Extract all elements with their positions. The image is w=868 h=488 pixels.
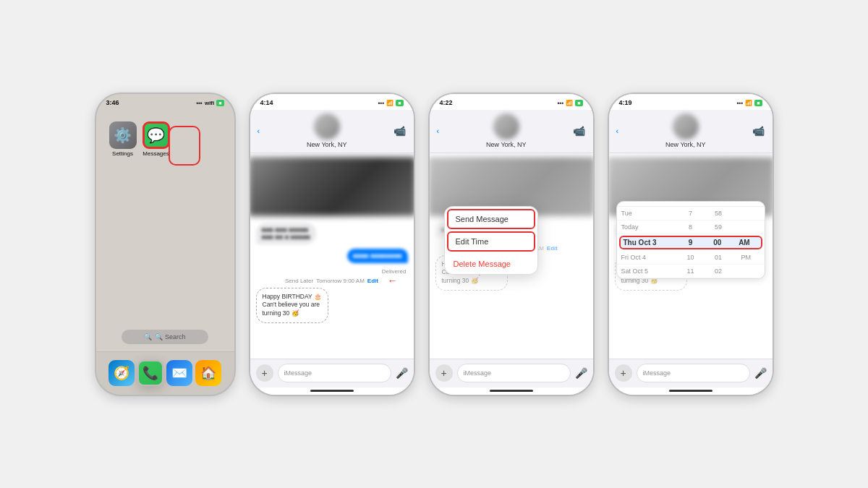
app-grid: ⚙️ Settings 💬 Messages [96,110,234,330]
imessage-input-3[interactable]: iMessage [457,364,571,382]
home-indicator-3 [430,388,593,395]
dp-hour-3: 10 [676,254,704,261]
input-bar-4: + iMessage 🎤 [609,359,773,388]
messages-app-icon[interactable]: 💬 [142,121,170,149]
contact-avatar-2[interactable] [314,114,340,140]
add-button-3[interactable]: + [435,364,453,382]
dp-hour-1: 8 [676,223,704,231]
status-time-2: 4:14 [260,99,273,106]
mic-button-3[interactable]: 🎤 [575,367,587,379]
video-call-icon-4[interactable]: 📹 [752,125,765,137]
dp-min-0: 58 [705,210,732,217]
status-icons-4: ▪▪▪ 📶 ■ [737,100,762,106]
send-later-time-2: Tomorrow 9:00 AM [316,278,365,284]
dp-min-1: 59 [705,223,732,231]
signal-icon: ▪▪▪ [196,100,203,106]
dp-header [617,202,765,207]
nav-bar-3: ‹ New York, NY 📹 [430,110,593,153]
dp-day-3: Fri Oct 4 [621,254,677,261]
back-button-2[interactable]: ‹ [258,127,260,135]
dp-row-0[interactable]: Tue 7 58 [617,207,765,221]
edit-time-option[interactable]: Edit Time [447,231,535,252]
status-time-1: 3:46 [106,99,119,106]
nav-row-2: ‹ New York, NY 📹 [250,114,414,148]
status-icons-2: ▪▪▪ 📶 ■ [378,100,404,106]
date-picker[interactable]: Tue 7 58 Today 8 59 Thu Oct 3 9 00 AM Fr… [616,201,765,279]
input-bar-2: + iMessage 🎤 [250,359,414,388]
status-icons-1: ▪▪▪ wifi ■ [196,100,224,106]
settings-app-label: Settings [112,150,133,157]
delete-message-option[interactable]: Delete Message [445,254,537,274]
screen-messages-2: 4:22 ▪▪▪ 📶 ■ ‹ New York, NY 📹 ■■■ ■■■■■ [428,93,595,396]
edit-link-3[interactable]: Edit [547,245,558,252]
wifi-icon-4: 📶 [745,100,752,106]
settings-app-icon[interactable]: ⚙️ [109,121,137,149]
chat-image-2 [250,157,414,216]
app-settings[interactable]: ⚙️ Settings [109,121,137,157]
contact-name-4: New York, NY [665,141,706,148]
mic-button-2[interactable]: 🎤 [396,367,408,379]
status-bar-3: 4:22 ▪▪▪ 📶 ■ [430,94,593,110]
dock-phone[interactable]: 📞 [137,360,163,386]
send-message-label: Send Message [456,215,509,223]
dp-hour-4: 11 [676,267,704,275]
context-menu: Send Message Edit Time Delete Message [444,206,538,275]
contact-name-3: New York, NY [486,141,527,148]
dp-row-3[interactable]: Fri Oct 4 10 01 PM [617,251,765,265]
home-indicator-4 [609,388,773,395]
add-button-4[interactable]: + [615,364,632,382]
dp-day-selected: Thu Oct 3 [624,239,677,247]
input-bar-3: + iMessage 🎤 [430,359,593,388]
messages-app-label: Messages [142,150,169,157]
contact-avatar-3[interactable] [493,114,519,140]
nav-row-3: ‹ New York, NY 📹 [430,114,593,148]
signal-icon-4: ▪▪▪ [737,100,744,106]
dp-min-selected: 00 [704,239,731,247]
messages-body-2: ■■■ ■■■ ■■■■■■■■ ■■ ■ ■■■■■ ■■■■ ■■■■■■■… [250,153,414,359]
home-bar-2 [310,390,354,392]
back-button-4[interactable]: ‹ [616,127,619,135]
edit-time-label: Edit Time [456,237,489,246]
status-time-3: 4:22 [440,99,453,106]
delete-message-label: Delete Message [454,260,511,268]
home-indicator-2 [250,388,414,395]
app-messages[interactable]: 💬 Messages [142,121,170,157]
signal-icon-2: ▪▪▪ [378,100,385,106]
input-placeholder-3: iMessage [464,369,492,377]
spotlight-search[interactable]: 🔍 🔍 Search [122,330,208,344]
video-call-icon-2[interactable]: 📹 [393,125,406,137]
video-call-icon-3[interactable]: 📹 [573,125,585,137]
edit-link-2[interactable]: Edit [367,278,378,284]
nav-bar-4: ‹ New York, NY 📹 [609,110,773,153]
send-later-row-2: Send Later Tomorrow 9:00 AM Edit ← [250,278,414,284]
status-icons-3: ▪▪▪ 📶 ■ [558,100,583,106]
nav-row-4: ‹ New York, NY 📹 [609,114,773,148]
dp-min-3: 01 [705,254,732,261]
dock-home[interactable]: 🏠 [195,360,221,386]
dock-mail[interactable]: ✉️ [166,360,192,386]
status-time-4: 4:19 [619,99,632,106]
scheduled-bubble-2: Happy BIRTHDAY 🎂Can't believe you aretur… [256,288,328,324]
back-button-3[interactable]: ‹ [437,127,440,135]
send-message-option[interactable]: Send Message [447,209,535,229]
imessage-input-4[interactable]: iMessage [637,364,750,382]
received-bubble-2: ■■■ ■■■ ■■■■■■■■ ■■ ■ ■■■■■ [256,223,316,244]
add-button-2[interactable]: + [256,364,273,382]
dp-row-4[interactable]: Sat Oct 5 11 02 [617,265,765,278]
home-bar-4 [669,390,712,392]
mic-button-4[interactable]: 🎤 [754,367,767,379]
send-later-label-2: Send Later [285,278,313,284]
dp-ampm-selected: AM [731,239,757,247]
battery-icon: ■ [216,100,224,106]
contact-avatar-4[interactable] [673,114,699,140]
dp-row-selected[interactable]: Thu Oct 3 9 00 AM [619,236,762,249]
dock-safari[interactable]: 🧭 [109,360,135,386]
battery-icon-3: ■ [575,100,582,106]
signal-icon-3: ▪▪▪ [558,100,564,106]
search-label: 🔍 Search [155,333,185,341]
imessage-input-2[interactable]: iMessage [278,364,391,382]
screenshot-container: 3:46 ▪▪▪ wifi ■ ⚙️ Settings 💬 Messages 🔍… [80,78,788,411]
dp-hour-0: 7 [676,210,704,217]
dp-min-4: 02 [705,267,732,275]
dp-row-1[interactable]: Today 8 59 [617,221,765,234]
